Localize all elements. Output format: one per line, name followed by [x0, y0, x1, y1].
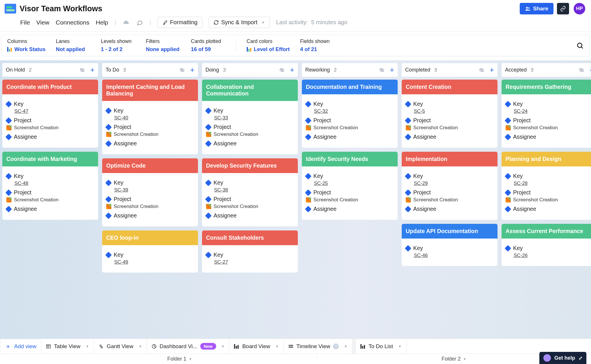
hide-column-icon[interactable]	[279, 67, 285, 73]
field-project-value[interactable]: Screenshot Creation	[6, 197, 94, 203]
field-key-value[interactable]: SC-29	[414, 181, 493, 186]
board-card[interactable]: Requirements Gathering Key SC-24 Project…	[502, 80, 591, 148]
board-card[interactable]: Identify Security Needs Key SC-25 Projec…	[302, 152, 398, 220]
board-card[interactable]: Update API Documentation Key SC-46	[402, 224, 498, 266]
search-button[interactable]	[576, 42, 584, 49]
hide-column-icon[interactable]	[79, 67, 85, 73]
comments-icon[interactable]	[136, 19, 143, 26]
board-card[interactable]: Content Creation Key SC-5 Project Screen…	[402, 80, 498, 148]
setting-columns[interactable]: Columns Work Status	[7, 38, 46, 52]
field-project-value[interactable]: Screenshot Creation	[406, 197, 493, 203]
menu-view[interactable]: View	[36, 19, 49, 26]
field-project-value[interactable]: Screenshot Creation	[306, 125, 394, 131]
hide-column-icon[interactable]	[379, 67, 385, 73]
menu-connections[interactable]: Connections	[56, 19, 89, 26]
field-key-value[interactable]: SC-47	[14, 108, 94, 114]
field-key-label: Key	[206, 252, 294, 258]
view-tab-board[interactable]: Board View▼	[229, 339, 284, 354]
hide-column-icon[interactable]	[579, 67, 584, 73]
add-card-button[interactable]: +	[290, 65, 294, 74]
view-tab-todo[interactable]: To Do List▼	[356, 339, 406, 354]
board-card[interactable]: Assess Current Performance Key SC-26	[502, 224, 591, 266]
board-card[interactable]: Implementation Key SC-29 Project Screens…	[402, 152, 498, 220]
column-body: Documentation and Training Key SC-32 Pro…	[302, 77, 398, 352]
field-key-value[interactable]: SC-27	[214, 259, 294, 265]
column-header[interactable]: To Do 3 +	[102, 63, 198, 77]
hide-column-icon[interactable]	[179, 67, 185, 73]
setting-cards-plotted[interactable]: Cards plotted 16 of 59	[191, 38, 226, 52]
field-project-value[interactable]: Screenshot Creation	[306, 197, 394, 203]
setting-card-colors[interactable]: Card colors Level of Effort	[247, 38, 290, 52]
add-view-button[interactable]: ＋ Add view	[0, 339, 41, 354]
field-project-value[interactable]: Screenshot Creation	[106, 132, 194, 137]
diamond-icon	[505, 101, 511, 107]
column-header[interactable]: Reworking 2 +	[302, 63, 398, 77]
board-card[interactable]: Coordinate with Product Key SC-47 Projec…	[2, 80, 98, 148]
board-card[interactable]: Consult Stakeholders Key SC-27	[202, 230, 298, 273]
diamond-icon	[405, 101, 412, 107]
setting-levels[interactable]: Levels shown 1 - 2 of 2	[101, 38, 136, 52]
field-key-value[interactable]: SC-48	[14, 181, 94, 186]
board-card[interactable]: Implement Caching and Load Balancing Key…	[102, 80, 198, 154]
get-help-button[interactable]: Get help ⤢	[539, 352, 586, 364]
folder-tab-1[interactable]: Folder 1▼	[43, 356, 317, 362]
field-project-value[interactable]: Screenshot Creation	[106, 204, 194, 209]
board-card[interactable]: Documentation and Training Key SC-32 Pro…	[302, 80, 398, 148]
field-project-value[interactable]: Screenshot Creation	[6, 125, 94, 131]
board-card[interactable]: Planning and Design Key SC-28 Project Sc…	[502, 152, 591, 220]
sync-import-button[interactable]: Sync & Import ▼	[209, 17, 270, 28]
add-card-button[interactable]: +	[390, 65, 394, 74]
add-card-button[interactable]: +	[190, 65, 194, 74]
setting-fields-shown[interactable]: Fields shown 4 of 21	[300, 38, 335, 52]
field-project-value[interactable]: Screenshot Creation	[206, 204, 294, 209]
field-project-value[interactable]: Screenshot Creation	[206, 132, 294, 137]
setting-filters[interactable]: Filters None applied	[146, 38, 181, 52]
column-header[interactable]: On Hold 2 +	[2, 63, 98, 77]
view-tab-gantt[interactable]: Gantt View▼	[94, 339, 147, 354]
card-body: Key SC-40 Project Screenshot Creation As…	[102, 101, 198, 154]
field-key-value[interactable]: SC-40	[114, 115, 194, 121]
workbook-title[interactable]: Visor Team Workflows	[20, 4, 102, 13]
board-card[interactable]: Develop Security Features Key SC-38 Proj…	[202, 158, 298, 226]
add-card-button[interactable]: +	[90, 65, 95, 74]
field-key-value[interactable]: SC-5	[414, 108, 493, 114]
field-project-value[interactable]: Screenshot Creation	[506, 125, 591, 131]
field-key-value[interactable]: SC-32	[314, 108, 394, 114]
setting-lanes[interactable]: Lanes Not applied	[56, 38, 91, 52]
field-key-value[interactable]: SC-39	[114, 187, 194, 193]
field-key-value[interactable]: SC-49	[114, 259, 194, 265]
hide-column-icon[interactable]	[479, 67, 485, 73]
formatting-button[interactable]: Formatting	[158, 17, 203, 28]
column-body: Collaboration and Communication Key SC-3…	[202, 77, 298, 352]
copy-link-button[interactable]	[557, 3, 569, 14]
field-key-value[interactable]: SC-33	[214, 115, 294, 121]
column-header[interactable]: Accepted 3 +	[502, 63, 591, 77]
share-button[interactable]: Share	[520, 3, 553, 14]
view-tab-table[interactable]: Table View▼	[41, 339, 94, 354]
board-card[interactable]: Optimize Code Key SC-39 Project Screensh…	[102, 158, 198, 226]
field-key-value[interactable]: SC-28	[514, 181, 591, 186]
user-avatar[interactable]: HP	[574, 3, 585, 14]
board-card[interactable]: Coordinate with Marketing Key SC-48 Proj…	[2, 152, 98, 220]
field-project-value[interactable]: Screenshot Creation	[506, 197, 591, 203]
card-title: Planning and Design	[502, 152, 591, 166]
view-tab-dashboard[interactable]: Dashboard Vi... New ▼	[147, 339, 229, 354]
brush-icon	[162, 20, 168, 25]
menu-file[interactable]: File	[20, 19, 30, 26]
view-tab-timeline[interactable]: Timeline View ? ▼	[284, 339, 352, 354]
column-header[interactable]: Doing 3 +	[202, 63, 298, 77]
menu-help[interactable]: Help	[96, 19, 108, 26]
cloud-sync-icon[interactable]	[122, 20, 130, 25]
board-card[interactable]: CEO loop-in Key SC-49	[102, 230, 198, 273]
column-header[interactable]: Completed 3 +	[402, 63, 498, 77]
add-card-button[interactable]: +	[590, 65, 591, 74]
field-key-value[interactable]: SC-46	[414, 253, 493, 258]
field-key-value[interactable]: SC-25	[314, 181, 394, 186]
board-card[interactable]: Collaboration and Communication Key SC-3…	[202, 80, 298, 154]
field-key-value[interactable]: SC-26	[514, 253, 591, 258]
field-key-value[interactable]: SC-38	[214, 187, 294, 193]
field-key-value[interactable]: SC-24	[514, 108, 591, 114]
chevron-down-icon: ▼	[463, 357, 466, 361]
field-project-value[interactable]: Screenshot Creation	[406, 125, 493, 131]
add-card-button[interactable]: +	[490, 65, 494, 74]
